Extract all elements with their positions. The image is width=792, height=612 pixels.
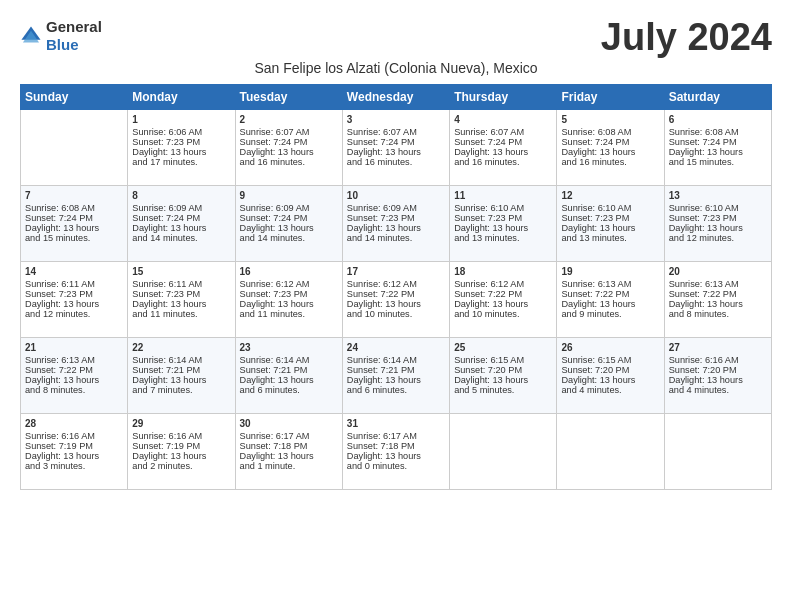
cell-text: and 0 minutes.	[347, 461, 445, 471]
cell-text: Sunrise: 6:15 AM	[561, 355, 659, 365]
cell-text: Sunset: 7:24 PM	[347, 137, 445, 147]
day-number: 31	[347, 418, 445, 429]
cell-text: and 5 minutes.	[454, 385, 552, 395]
cell-text: Sunset: 7:22 PM	[25, 365, 123, 375]
day-number: 12	[561, 190, 659, 201]
cell-text: Sunrise: 6:13 AM	[25, 355, 123, 365]
calendar-cell: 7Sunrise: 6:08 AMSunset: 7:24 PMDaylight…	[21, 186, 128, 262]
cell-text: Daylight: 13 hours	[240, 223, 338, 233]
calendar-cell: 20Sunrise: 6:13 AMSunset: 7:22 PMDayligh…	[664, 262, 771, 338]
cell-text: Daylight: 13 hours	[132, 223, 230, 233]
cell-text: Sunset: 7:21 PM	[132, 365, 230, 375]
calendar-cell: 5Sunrise: 6:08 AMSunset: 7:24 PMDaylight…	[557, 110, 664, 186]
cell-text: Sunrise: 6:17 AM	[347, 431, 445, 441]
day-number: 13	[669, 190, 767, 201]
cell-text: and 10 minutes.	[347, 309, 445, 319]
cell-text: Sunset: 7:23 PM	[132, 289, 230, 299]
cell-text: Daylight: 13 hours	[561, 375, 659, 385]
cell-text: Daylight: 13 hours	[454, 147, 552, 157]
cell-text: Daylight: 13 hours	[25, 375, 123, 385]
cell-text: Daylight: 13 hours	[454, 375, 552, 385]
cell-text: and 16 minutes.	[454, 157, 552, 167]
cell-text: and 14 minutes.	[347, 233, 445, 243]
cell-text: Sunrise: 6:14 AM	[347, 355, 445, 365]
col-header-tuesday: Tuesday	[235, 85, 342, 110]
calendar-cell	[664, 414, 771, 490]
cell-text: Sunset: 7:19 PM	[25, 441, 123, 451]
calendar-cell: 1Sunrise: 6:06 AMSunset: 7:23 PMDaylight…	[128, 110, 235, 186]
cell-text: Daylight: 13 hours	[669, 299, 767, 309]
cell-text: Sunrise: 6:14 AM	[240, 355, 338, 365]
cell-text: Daylight: 13 hours	[132, 375, 230, 385]
day-number: 22	[132, 342, 230, 353]
cell-text: Sunrise: 6:17 AM	[240, 431, 338, 441]
day-number: 21	[25, 342, 123, 353]
cell-text: and 16 minutes.	[240, 157, 338, 167]
col-header-friday: Friday	[557, 85, 664, 110]
cell-text: Sunset: 7:22 PM	[561, 289, 659, 299]
calendar-cell: 4Sunrise: 6:07 AMSunset: 7:24 PMDaylight…	[450, 110, 557, 186]
cell-text: Sunset: 7:24 PM	[240, 137, 338, 147]
cell-text: Sunrise: 6:09 AM	[240, 203, 338, 213]
cell-text: Daylight: 13 hours	[669, 147, 767, 157]
day-number: 23	[240, 342, 338, 353]
day-number: 28	[25, 418, 123, 429]
calendar-cell: 14Sunrise: 6:11 AMSunset: 7:23 PMDayligh…	[21, 262, 128, 338]
day-number: 19	[561, 266, 659, 277]
cell-text: Sunrise: 6:06 AM	[132, 127, 230, 137]
cell-text: Sunrise: 6:12 AM	[240, 279, 338, 289]
day-number: 29	[132, 418, 230, 429]
cell-text: Sunrise: 6:10 AM	[454, 203, 552, 213]
day-number: 8	[132, 190, 230, 201]
cell-text: Daylight: 13 hours	[347, 223, 445, 233]
cell-text: Sunrise: 6:11 AM	[25, 279, 123, 289]
calendar-cell: 12Sunrise: 6:10 AMSunset: 7:23 PMDayligh…	[557, 186, 664, 262]
cell-text: Sunrise: 6:15 AM	[454, 355, 552, 365]
cell-text: Sunset: 7:23 PM	[669, 213, 767, 223]
cell-text: Sunset: 7:22 PM	[669, 289, 767, 299]
calendar-cell: 10Sunrise: 6:09 AMSunset: 7:23 PMDayligh…	[342, 186, 449, 262]
cell-text: and 16 minutes.	[347, 157, 445, 167]
day-number: 4	[454, 114, 552, 125]
cell-text: Sunrise: 6:16 AM	[132, 431, 230, 441]
cell-text: Sunrise: 6:08 AM	[25, 203, 123, 213]
cell-text: and 6 minutes.	[347, 385, 445, 395]
cell-text: Sunrise: 6:07 AM	[240, 127, 338, 137]
calendar-cell: 3Sunrise: 6:07 AMSunset: 7:24 PMDaylight…	[342, 110, 449, 186]
cell-text: Sunrise: 6:07 AM	[454, 127, 552, 137]
cell-text: Sunset: 7:22 PM	[454, 289, 552, 299]
cell-text: and 13 minutes.	[561, 233, 659, 243]
calendar-cell: 9Sunrise: 6:09 AMSunset: 7:24 PMDaylight…	[235, 186, 342, 262]
cell-text: Daylight: 13 hours	[240, 375, 338, 385]
cell-text: Daylight: 13 hours	[669, 223, 767, 233]
cell-text: Sunset: 7:24 PM	[25, 213, 123, 223]
day-number: 7	[25, 190, 123, 201]
month-title: July 2024	[601, 18, 772, 56]
day-number: 14	[25, 266, 123, 277]
calendar-cell: 23Sunrise: 6:14 AMSunset: 7:21 PMDayligh…	[235, 338, 342, 414]
cell-text: and 11 minutes.	[132, 309, 230, 319]
calendar-table: SundayMondayTuesdayWednesdayThursdayFrid…	[20, 84, 772, 490]
calendar-cell: 6Sunrise: 6:08 AMSunset: 7:24 PMDaylight…	[664, 110, 771, 186]
cell-text: Daylight: 13 hours	[25, 451, 123, 461]
cell-text: Sunset: 7:24 PM	[454, 137, 552, 147]
day-number: 9	[240, 190, 338, 201]
cell-text: and 12 minutes.	[669, 233, 767, 243]
cell-text: Sunset: 7:18 PM	[240, 441, 338, 451]
cell-text: Daylight: 13 hours	[347, 147, 445, 157]
cell-text: Sunrise: 6:14 AM	[132, 355, 230, 365]
calendar-cell	[450, 414, 557, 490]
col-header-sunday: Sunday	[21, 85, 128, 110]
calendar-cell: 26Sunrise: 6:15 AMSunset: 7:20 PMDayligh…	[557, 338, 664, 414]
cell-text: Daylight: 13 hours	[669, 375, 767, 385]
logo-blue: Blue	[46, 36, 79, 53]
cell-text: Sunset: 7:23 PM	[347, 213, 445, 223]
logo-general: General	[46, 18, 102, 35]
day-number: 16	[240, 266, 338, 277]
cell-text: Sunset: 7:23 PM	[454, 213, 552, 223]
cell-text: and 3 minutes.	[25, 461, 123, 471]
cell-text: Sunrise: 6:10 AM	[561, 203, 659, 213]
cell-text: Sunset: 7:19 PM	[132, 441, 230, 451]
cell-text: Daylight: 13 hours	[240, 147, 338, 157]
cell-text: and 15 minutes.	[25, 233, 123, 243]
